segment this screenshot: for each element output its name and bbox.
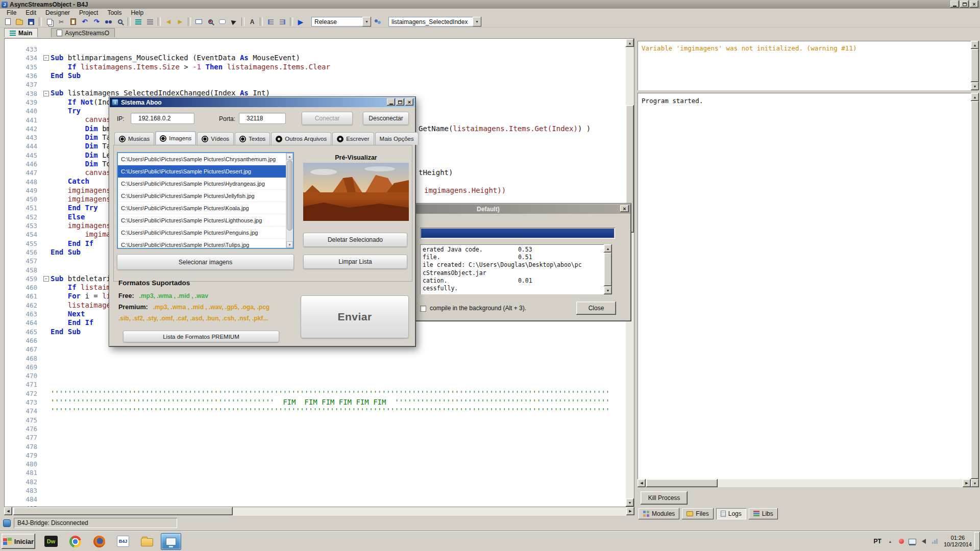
designer-icon[interactable] <box>193 17 204 27</box>
new-file-icon[interactable] <box>3 17 13 27</box>
taskbar-item-firefox[interactable] <box>89 533 109 550</box>
tray-network-icon[interactable] <box>931 537 939 545</box>
connect-button[interactable]: Conectar <box>302 112 353 125</box>
panel-tab-files[interactable]: Files <box>682 508 713 519</box>
tray-volume-icon[interactable] <box>920 537 928 545</box>
panel-tab-modules[interactable]: Modules <box>639 508 679 519</box>
scroll-up-icon[interactable]: ▲ <box>626 39 634 47</box>
file-list-item[interactable]: C:\Users\Public\Pictures\Sample Pictures… <box>118 202 286 214</box>
log-scroll-left-icon[interactable]: ◀ <box>638 479 646 487</box>
combo-dropdown-icon[interactable] <box>473 17 481 27</box>
menu-item-designer[interactable]: Designer <box>41 9 75 16</box>
outline-icon[interactable] <box>145 17 155 27</box>
jump-to-member-combo[interactable]: listaimagens_SelectedIndex <box>388 17 481 27</box>
dialog-tab-outros-arquivos[interactable]: Outros Arquivos <box>271 132 331 145</box>
copy-icon[interactable] <box>44 17 55 27</box>
log-scroll-down-icon[interactable]: ▼ <box>971 479 979 487</box>
log-scroll-right-icon[interactable]: ▶ <box>963 479 971 487</box>
log-vscroll-thumb[interactable] <box>971 101 979 479</box>
panel-tab-logs[interactable]: Logs <box>716 508 746 519</box>
dialog-maximize-button[interactable] <box>396 98 404 106</box>
indent-more-icon[interactable] <box>277 17 287 27</box>
find-icon[interactable] <box>103 17 113 27</box>
file-list-item[interactable]: C:\Users\Public\Pictures\Sample Pictures… <box>118 214 286 227</box>
font-size-icon[interactable] <box>247 17 257 27</box>
redo-icon[interactable] <box>91 17 102 27</box>
log-hscroll-thumb[interactable] <box>646 479 718 487</box>
background-compile-checkbox[interactable] <box>420 306 426 312</box>
undo-icon[interactable] <box>80 17 90 27</box>
tray-clock[interactable]: 01:26 10/12/2014 <box>944 535 972 548</box>
tray-expand-icon[interactable] <box>886 537 894 545</box>
menu-item-file[interactable]: File <box>2 9 21 16</box>
editor-hscroll-thumb[interactable] <box>13 507 233 515</box>
warnings-scrollbar[interactable]: ▲ ▼ <box>971 41 979 90</box>
compile-close-icon[interactable]: × <box>620 205 629 212</box>
navigate-forward-icon[interactable] <box>175 17 185 27</box>
maximize-button[interactable] <box>960 1 969 8</box>
compile-close-button[interactable]: Close <box>576 302 616 315</box>
tray-security-icon[interactable] <box>897 537 905 545</box>
compile-scroll-thumb[interactable] <box>604 253 612 286</box>
taskbar-item-sistema-aboo[interactable] <box>161 533 181 550</box>
compile-scroll-up-icon[interactable]: ▲ <box>604 244 612 253</box>
minimize-button[interactable] <box>950 1 959 8</box>
file-list-item[interactable]: C:\Users\Public\Pictures\Sample Pictures… <box>118 190 286 202</box>
log-hscrollbar[interactable]: ◀ ▶ <box>638 479 971 487</box>
dialog-tab-mais-op-es[interactable]: Mais Opções <box>375 132 419 145</box>
file-list-item[interactable]: C:\Users\Public\Pictures\Sample Pictures… <box>118 165 286 178</box>
file-list-scroll-up-icon[interactable]: ▲ <box>286 153 293 160</box>
clear-list-button[interactable]: Limpar Lista <box>303 255 407 269</box>
dialog-minimize-button[interactable] <box>387 98 395 106</box>
scroll-right-icon[interactable]: ▶ <box>626 507 634 515</box>
log-scroll-up-icon[interactable]: ▲ <box>971 93 979 101</box>
dialog-tab-imagens[interactable]: Imagens <box>155 131 196 145</box>
file-list-scroll-down-icon[interactable]: ▼ <box>286 241 293 248</box>
indent-less-icon[interactable] <box>265 17 276 27</box>
open-file-icon[interactable] <box>14 17 24 27</box>
pointer-icon[interactable] <box>229 17 239 27</box>
port-field[interactable]: 32118 <box>239 113 286 124</box>
zoom-icon[interactable] <box>205 17 215 27</box>
file-list-item[interactable]: C:\Users\Public\Pictures\Sample Pictures… <box>118 227 286 239</box>
ip-field[interactable]: 192.168.0.2 <box>131 113 194 124</box>
taskbar-item-folder[interactable] <box>137 533 157 550</box>
tab-main[interactable]: Main <box>4 28 38 37</box>
log-pane[interactable]: Program started. ▲ ▼ ◀ ▶ <box>638 93 979 487</box>
send-button[interactable]: Enviar <box>301 295 409 338</box>
menu-item-tools[interactable]: Tools <box>103 9 126 16</box>
modules-gear-icon[interactable] <box>373 17 383 27</box>
disconnect-button[interactable]: Desconectar <box>363 112 409 125</box>
premium-list-button[interactable]: Lista de Formatos PREMIUM <box>123 331 279 342</box>
taskbar-item-b4j[interactable] <box>113 533 133 550</box>
kill-process-button[interactable]: Kill Process <box>641 491 688 505</box>
fold-marker-icon[interactable]: − <box>43 91 49 96</box>
dialog-tab-musicas[interactable]: Musicas <box>114 132 154 145</box>
menu-item-help[interactable]: Help <box>126 9 148 16</box>
compile-log[interactable]: erated Java code. 0.53file. 0.51ile crea… <box>420 244 612 294</box>
scroll-down-icon[interactable]: ▼ <box>626 498 634 507</box>
find-in-files-icon[interactable] <box>115 17 125 27</box>
warnings-pane[interactable]: Variable 'imgimagens' was not initialize… <box>638 41 979 90</box>
tray-display-icon[interactable] <box>909 537 917 545</box>
log-vscrollbar[interactable]: ▲ ▼ <box>971 93 979 487</box>
file-list-item[interactable]: C:\Users\Public\Pictures\Sample Pictures… <box>118 178 286 190</box>
tray-language[interactable]: PT <box>874 538 881 545</box>
taskbar-item-dreamweaver[interactable] <box>41 533 61 550</box>
taskbar-item-chrome[interactable] <box>65 533 85 550</box>
image-file-list[interactable]: C:\Users\Public\Pictures\Sample Pictures… <box>117 152 294 249</box>
warnings-scroll-thumb[interactable] <box>971 49 979 82</box>
file-list-item[interactable]: C:\Users\Public\Pictures\Sample Pictures… <box>118 239 286 248</box>
fold-marker-icon[interactable]: − <box>43 55 49 61</box>
compile-scroll-down-icon[interactable]: ▼ <box>604 286 612 294</box>
navigate-back-icon[interactable] <box>163 17 174 27</box>
dialog-titlebar[interactable]: i Sistema Aboo × <box>110 97 415 107</box>
file-list-scroll-thumb[interactable] <box>287 160 292 231</box>
warnings-scroll-down-icon[interactable]: ▼ <box>971 82 979 90</box>
close-button[interactable]: × <box>970 1 978 8</box>
dialog-tab-v-deos[interactable]: Vídeos <box>197 132 234 145</box>
combo-dropdown-icon[interactable] <box>362 17 371 27</box>
menu-item-project[interactable]: Project <box>75 9 103 16</box>
dialog-close-button[interactable]: × <box>405 98 413 106</box>
editor-horizontal-scrollbar[interactable]: ◀ ▶ <box>4 507 634 516</box>
